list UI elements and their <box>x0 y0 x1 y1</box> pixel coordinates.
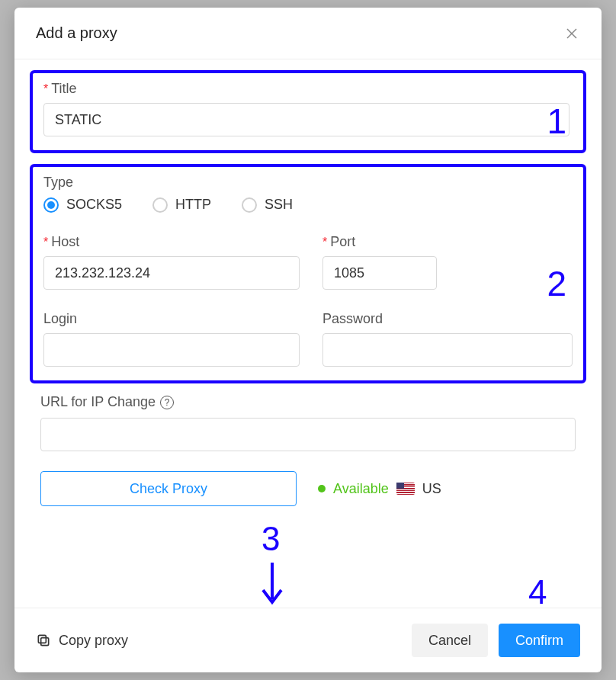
modal-footer: Copy proxy Cancel Confirm <box>14 608 602 672</box>
title-label-row: * Title <box>43 81 573 97</box>
type-label: Type <box>43 175 573 191</box>
login-password-row: Login Password <box>43 311 573 367</box>
annotation-number-1: 1 <box>547 101 566 142</box>
svg-rect-5 <box>38 635 46 643</box>
radio-label-socks5: SOCKS5 <box>66 197 122 213</box>
annotation-number-2: 2 <box>547 263 566 304</box>
url-section: URL for IP Change ? <box>30 394 586 451</box>
footer-buttons: Cancel Confirm <box>412 624 580 657</box>
add-proxy-modal: Add a proxy 1 * Title 2 Type <box>14 8 602 672</box>
help-icon[interactable]: ? <box>160 396 174 409</box>
check-proxy-label: Check Proxy <box>130 481 207 497</box>
cancel-label: Cancel <box>428 633 471 649</box>
login-input[interactable] <box>43 333 300 367</box>
radio-ssh[interactable]: SSH <box>242 197 293 213</box>
close-icon <box>565 27 579 40</box>
annotation-box-1: 1 * Title <box>30 70 586 153</box>
radio-label-http: HTTP <box>175 197 211 213</box>
required-asterisk: * <box>43 236 48 249</box>
password-input[interactable] <box>322 333 573 367</box>
status-dot-icon <box>318 485 326 492</box>
login-label: Login <box>43 311 77 327</box>
cancel-button[interactable]: Cancel <box>412 624 488 657</box>
url-change-label: URL for IP Change <box>40 394 156 410</box>
annotation-number-4: 4 <box>528 573 547 608</box>
required-asterisk: * <box>43 82 48 96</box>
host-input[interactable] <box>43 256 300 290</box>
close-button[interactable] <box>563 25 580 42</box>
confirm-label: Confirm <box>515 633 563 649</box>
port-label: Port <box>330 234 355 250</box>
radio-http[interactable]: HTTP <box>152 197 211 213</box>
modal-title: Add a proxy <box>36 24 117 42</box>
radio-circle-icon <box>43 197 59 213</box>
radio-circle-icon <box>152 197 168 213</box>
status-text: Available <box>333 481 389 497</box>
type-radio-group: SOCKS5 HTTP SSH <box>43 197 573 213</box>
svg-rect-4 <box>41 638 49 646</box>
password-label: Password <box>322 311 383 327</box>
copy-proxy-button[interactable]: Copy proxy <box>36 633 128 649</box>
copy-icon <box>36 633 51 648</box>
status-group: Available US <box>318 481 441 497</box>
required-asterisk: * <box>322 236 327 249</box>
copy-proxy-label: Copy proxy <box>59 633 128 649</box>
host-label: Host <box>51 234 79 250</box>
port-input[interactable] <box>322 256 437 290</box>
annotation-box-2: 2 Type SOCKS5 HTTP SSH <box>30 164 586 383</box>
annotation-arrow-3: 3 <box>257 526 287 608</box>
flag-us-icon <box>396 483 415 495</box>
modal-body: 1 * Title 2 Type SOCKS5 <box>14 59 602 608</box>
title-label: Title <box>51 81 76 97</box>
country-code: US <box>422 481 441 497</box>
modal-header: Add a proxy <box>14 8 602 59</box>
radio-circle-icon <box>242 197 257 213</box>
confirm-button[interactable]: Confirm <box>499 624 580 657</box>
radio-label-ssh: SSH <box>265 197 293 213</box>
radio-socks5[interactable]: SOCKS5 <box>43 197 122 213</box>
check-row: Check Proxy Available US <box>30 471 586 506</box>
annotation-arrow-4: 4 <box>522 573 553 608</box>
host-port-row: * Host * Port <box>43 234 573 290</box>
url-change-input[interactable] <box>40 418 576 451</box>
title-input[interactable] <box>43 103 569 136</box>
modal-backdrop: Add a proxy 1 * Title 2 Type <box>0 0 616 680</box>
check-proxy-button[interactable]: Check Proxy <box>40 471 297 506</box>
annotation-number-3: 3 <box>261 520 280 558</box>
